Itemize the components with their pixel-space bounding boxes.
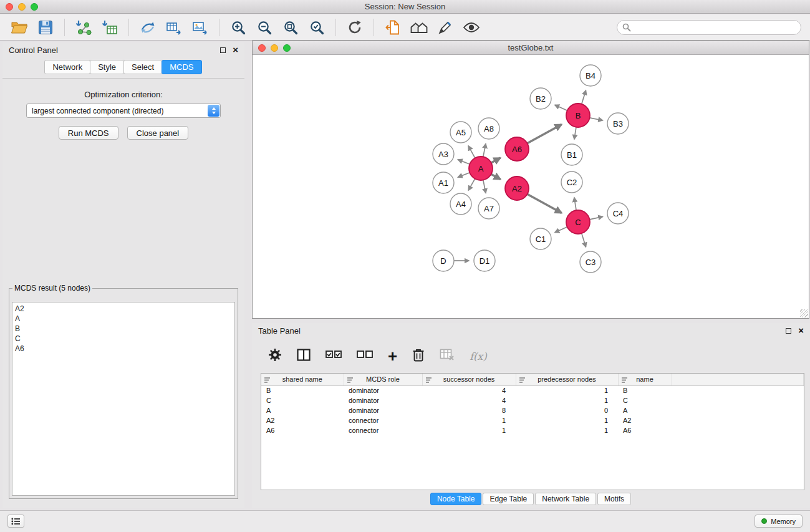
document-action-button[interactable] bbox=[382, 16, 404, 39]
criterion-dropdown[interactable]: largest connected component (directed) bbox=[26, 104, 221, 118]
graph-node-B[interactable]: B bbox=[566, 104, 590, 127]
function-builder-button[interactable]: f(x) bbox=[470, 351, 486, 362]
window-resize-gripper[interactable] bbox=[800, 309, 808, 317]
column-header-predecessor-nodes[interactable]: predecessor nodes bbox=[516, 374, 618, 385]
delete-table-button[interactable] bbox=[440, 349, 455, 364]
graph-edge-B-B2[interactable] bbox=[555, 105, 567, 110]
table-cell[interactable]: 1 bbox=[516, 385, 618, 395]
zoom-out-button[interactable] bbox=[253, 16, 276, 39]
deselect-all-button[interactable] bbox=[357, 351, 373, 362]
table-cell[interactable]: dominator bbox=[344, 405, 422, 415]
graph-node-A6[interactable]: A6 bbox=[505, 137, 529, 161]
export-network-button[interactable] bbox=[137, 16, 159, 39]
graph-node-B3[interactable]: B3 bbox=[607, 113, 629, 134]
graph-node-C4[interactable]: C4 bbox=[607, 203, 629, 224]
graph-edge-A-A5[interactable] bbox=[468, 146, 475, 158]
toolbar-search[interactable] bbox=[617, 20, 801, 35]
graph-node-A3[interactable]: A3 bbox=[433, 143, 454, 165]
column-header-shared-name[interactable]: shared name bbox=[261, 374, 344, 385]
graph-node-A[interactable]: A bbox=[469, 157, 493, 180]
refresh-layout-button[interactable] bbox=[344, 16, 366, 39]
graph-edge-A-A7[interactable] bbox=[483, 180, 486, 193]
node-table-row[interactable]: Cdominator41C bbox=[261, 395, 804, 405]
show-columns-button[interactable] bbox=[297, 349, 311, 364]
table-cell[interactable]: dominator bbox=[344, 395, 422, 405]
tab-mcds[interactable]: MCDS bbox=[162, 60, 201, 74]
table-cell[interactable]: 4 bbox=[422, 385, 516, 395]
column-header-name[interactable]: name bbox=[618, 374, 672, 385]
select-all-button[interactable] bbox=[325, 351, 342, 362]
export-image-button[interactable] bbox=[189, 16, 211, 39]
graph-node-B2[interactable]: B2 bbox=[530, 88, 551, 109]
graph-node-A1[interactable]: A1 bbox=[433, 172, 454, 193]
close-panel-icon[interactable]: × bbox=[233, 47, 238, 53]
graph-edge-C-C3[interactable] bbox=[582, 233, 586, 247]
home-view-button[interactable] bbox=[408, 16, 430, 39]
table-cell[interactable]: 1 bbox=[516, 425, 618, 435]
network-window-titlebar[interactable]: testGlobe.txt bbox=[253, 41, 809, 55]
memory-button[interactable]: Memory bbox=[755, 515, 803, 528]
graph-edge-A-A6[interactable] bbox=[491, 158, 501, 163]
graph-edge-B-B1[interactable] bbox=[574, 127, 576, 140]
close-panel-button[interactable]: Close panel bbox=[127, 126, 189, 140]
table-cell[interactable]: 1 bbox=[422, 425, 516, 435]
graph-edge-A-A4[interactable] bbox=[468, 179, 475, 191]
graph-edge-C-C4[interactable] bbox=[590, 216, 603, 220]
graph-edge-C-C1[interactable] bbox=[555, 227, 567, 233]
tab-select[interactable]: Select bbox=[123, 60, 162, 74]
graph-node-B4[interactable]: B4 bbox=[580, 65, 601, 86]
table-cell[interactable]: C bbox=[618, 395, 672, 405]
graph-edge-A2-C[interactable] bbox=[528, 194, 562, 213]
table-cell[interactable]: A bbox=[261, 405, 344, 415]
search-input[interactable] bbox=[635, 23, 796, 32]
open-session-button[interactable] bbox=[8, 16, 31, 39]
graph-node-A8[interactable]: A8 bbox=[478, 118, 499, 139]
tab-edge-table[interactable]: Edge Table bbox=[483, 493, 534, 505]
zoom-in-button[interactable] bbox=[227, 16, 249, 39]
node-table-row[interactable]: A2connector11A2 bbox=[261, 415, 804, 425]
graph-node-B1[interactable]: B1 bbox=[561, 144, 582, 165]
table-cell[interactable]: B bbox=[618, 385, 672, 395]
table-cell[interactable]: 0 bbox=[516, 405, 618, 415]
table-cell[interactable]: connector bbox=[344, 425, 422, 435]
import-network-button[interactable] bbox=[72, 16, 95, 39]
graph-edge-B-B3[interactable] bbox=[590, 118, 603, 120]
table-cell[interactable]: A2 bbox=[261, 415, 344, 425]
network-graph[interactable]: AA6A2BCA5A8A3A1A4A7B2B4B3B1C2C4C1C3DD1 bbox=[253, 55, 809, 318]
graph-node-C2[interactable]: C2 bbox=[561, 172, 582, 193]
delete-column-button[interactable] bbox=[412, 348, 425, 364]
graph-edge-C-C2[interactable] bbox=[574, 198, 576, 211]
graph-edge-B-B4[interactable] bbox=[582, 90, 586, 104]
tab-style[interactable]: Style bbox=[90, 60, 124, 74]
table-cell[interactable]: A6 bbox=[618, 425, 672, 435]
task-history-button[interactable] bbox=[7, 515, 24, 528]
float-panel-icon[interactable] bbox=[220, 47, 226, 53]
add-column-button[interactable]: + bbox=[388, 350, 397, 362]
table-cell[interactable]: A2 bbox=[618, 415, 672, 425]
node-table[interactable]: shared nameMCDS rolesuccessor nodesprede… bbox=[261, 373, 804, 490]
node-table-row[interactable]: Bdominator41B bbox=[261, 385, 804, 395]
column-header-successor-nodes[interactable]: successor nodes bbox=[422, 374, 516, 385]
graph-edge-A-A1[interactable] bbox=[458, 173, 470, 177]
table-cell[interactable]: 1 bbox=[516, 415, 618, 425]
show-hide-button[interactable] bbox=[460, 16, 483, 39]
graph-node-C3[interactable]: C3 bbox=[580, 251, 601, 273]
table-cell[interactable]: 4 bbox=[422, 395, 516, 405]
graph-edge-A-A8[interactable] bbox=[483, 144, 486, 157]
tab-node-table[interactable]: Node Table bbox=[430, 493, 482, 505]
zoom-fit-button[interactable] bbox=[279, 16, 302, 39]
mcds-result-list[interactable]: A2ABCA6 bbox=[12, 302, 235, 496]
zoom-selected-button[interactable] bbox=[306, 16, 328, 39]
graph-node-C1[interactable]: C1 bbox=[530, 228, 551, 249]
run-mcds-button[interactable]: Run MCDS bbox=[59, 126, 118, 140]
annotation-button[interactable] bbox=[434, 16, 456, 39]
tab-network[interactable]: Network bbox=[44, 60, 90, 74]
export-table-button[interactable] bbox=[163, 16, 185, 39]
network-canvas[interactable]: AA6A2BCA5A8A3A1A4A7B2B4B3B1C2C4C1C3DD1 bbox=[253, 55, 809, 318]
table-cell[interactable]: A bbox=[618, 405, 672, 415]
graph-node-D[interactable]: D bbox=[433, 250, 454, 271]
table-cell[interactable]: 1 bbox=[422, 415, 516, 425]
graph-node-A5[interactable]: A5 bbox=[450, 122, 471, 143]
graph-edge-A-A2[interactable] bbox=[491, 174, 501, 179]
save-session-button[interactable] bbox=[34, 16, 57, 39]
